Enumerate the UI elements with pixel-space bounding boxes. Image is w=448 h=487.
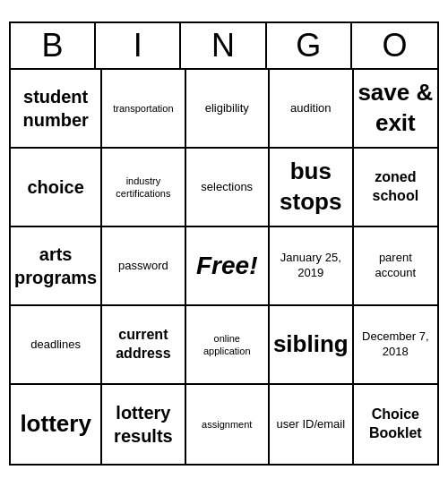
bingo-header: BINGO [11, 23, 437, 70]
bingo-cell-17: online application [186, 306, 270, 385]
bingo-cell-23: user ID/email [270, 385, 354, 464]
bingo-grid: student numbertransportationeligibilitya… [11, 70, 437, 464]
bingo-cell-0: student number [11, 70, 102, 149]
bingo-cell-19: December 7, 2018 [354, 306, 437, 385]
bingo-letter-n: N [181, 23, 266, 68]
bingo-cell-12: Free! [186, 227, 270, 306]
bingo-cell-22: assignment [186, 385, 270, 464]
bingo-letter-b: B [11, 23, 96, 68]
bingo-cell-15: deadlines [11, 306, 102, 385]
bingo-cell-6: industry certifications [102, 149, 185, 227]
bingo-letter-i: I [96, 23, 181, 68]
bingo-cell-1: transportation [102, 70, 185, 149]
bingo-cell-5: choice [11, 149, 102, 227]
bingo-cell-11: password [102, 227, 185, 306]
bingo-cell-16: current address [102, 306, 185, 385]
bingo-cell-18: sibling [270, 306, 354, 385]
bingo-cell-4: save & exit [354, 70, 437, 149]
bingo-cell-24: Choice Booklet [354, 385, 437, 464]
bingo-card: BINGO student numbertransportationeligib… [9, 21, 439, 466]
bingo-cell-3: audition [270, 70, 354, 149]
bingo-cell-21: lottery results [102, 385, 185, 464]
bingo-cell-13: January 25, 2019 [270, 227, 354, 306]
bingo-cell-9: zoned school [354, 149, 437, 227]
bingo-cell-2: eligibility [186, 70, 270, 149]
bingo-cell-10: arts programs [11, 227, 102, 306]
bingo-letter-g: G [267, 23, 352, 68]
bingo-letter-o: O [352, 23, 437, 68]
bingo-cell-20: lottery [11, 385, 102, 464]
bingo-cell-7: selections [186, 149, 270, 227]
bingo-cell-14: parent account [354, 227, 437, 306]
bingo-cell-8: bus stops [270, 149, 354, 227]
